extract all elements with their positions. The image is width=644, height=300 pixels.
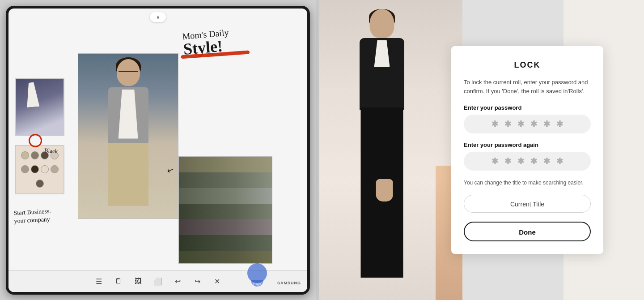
fabric-swatches-image — [178, 156, 272, 264]
menu-icon[interactable]: ☰ — [93, 276, 104, 287]
pw-dot-4: ✱ — [530, 119, 537, 129]
bottom-handwriting: Start Business. your company — [13, 207, 51, 226]
lock-dialog: LOCK To lock the current roll, enter you… — [451, 46, 603, 254]
man-photo — [78, 53, 178, 219]
pw-dot-3: ✱ — [517, 119, 524, 129]
pw-dot-5: ✱ — [543, 119, 550, 129]
woman-hand — [376, 179, 393, 201]
done-button[interactable]: Done — [464, 222, 591, 241]
handwriting-title: Mom's Daily Style! — [182, 26, 247, 59]
image-icon[interactable]: 🖼 — [133, 276, 144, 287]
password-again-label: Enter your password again — [464, 141, 591, 148]
pw-dot-1: ✱ — [491, 119, 498, 129]
helper-text: You can change the title to make searchi… — [464, 179, 591, 187]
woman-body — [342, 9, 422, 291]
samsung-logo: SAMSUNG — [277, 281, 301, 285]
woman-jacket-lapel — [374, 40, 390, 67]
suit-image — [15, 78, 64, 136]
right-panel: LOCK To lock the current roll, enter you… — [319, 0, 644, 300]
black-label: Black — [44, 146, 58, 155]
password-input[interactable]: ✱ ✱ ✱ ✱ ✱ ✱ — [464, 115, 591, 133]
pw-dot-6: ✱ — [556, 119, 563, 129]
left-panel: Black ↙ Mom's Daily — [0, 0, 316, 300]
woman-figure — [319, 0, 462, 300]
panel-divider — [316, 0, 319, 300]
dialog-title: LOCK — [464, 60, 591, 70]
pw2-dot-2: ✱ — [504, 156, 511, 166]
close-icon[interactable]: ✕ — [212, 276, 222, 287]
woman-head — [370, 9, 394, 38]
current-title-button[interactable]: Current Title — [464, 195, 591, 213]
pw2-dot-5: ✱ — [543, 156, 550, 166]
undo-icon[interactable]: ↩ — [172, 276, 183, 287]
pw2-dot-4: ✱ — [530, 156, 537, 166]
hand-cursor-icon: ☞ — [252, 279, 262, 292]
password-again-input[interactable]: ✱ ✱ ✱ ✱ ✱ ✱ — [464, 152, 591, 171]
note-icon[interactable]: 🗒 — [113, 276, 124, 287]
pw-dot-2: ✱ — [504, 119, 511, 129]
tablet-screen: Black ↙ Mom's Daily — [8, 9, 307, 292]
crop-icon[interactable]: ⬜ — [153, 276, 163, 287]
pw2-dot-3: ✱ — [517, 156, 524, 166]
collage-area: Black ↙ Mom's Daily — [8, 9, 307, 270]
woman-jacket — [360, 38, 404, 110]
password-label: Enter your password — [464, 104, 591, 111]
dialog-description: To lock the current roll, enter your pas… — [464, 78, 591, 95]
pw2-dot-1: ✱ — [491, 156, 498, 166]
touch-cursor: ☞ — [247, 263, 267, 283]
pw2-dot-6: ✱ — [556, 156, 563, 166]
tablet-frame: Black ↙ Mom's Daily — [6, 6, 310, 295]
chevron-down-button[interactable] — [150, 12, 166, 22]
redo-icon[interactable]: ↪ — [192, 276, 203, 287]
